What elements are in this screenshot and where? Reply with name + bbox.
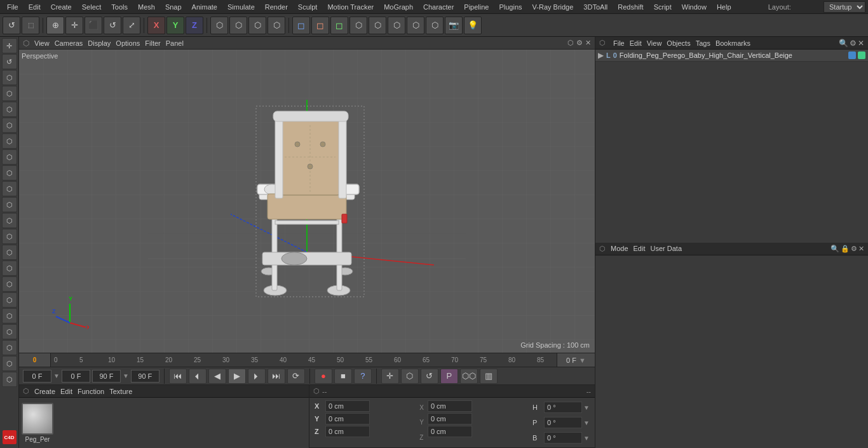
select-tool-button[interactable]: ⊕ [46, 17, 64, 34]
object-tool-4[interactable]: ⬡ [268, 17, 285, 34]
view-btn-4[interactable]: ⬡ [349, 17, 367, 34]
x-pos-input[interactable] [325, 400, 370, 412]
preview-start-input[interactable] [62, 370, 90, 383]
timeline-ruler[interactable]: 0 0 5 10 15 20 25 30 35 40 45 50 55 60 6… [19, 353, 595, 367]
menu-file[interactable]: File [3, 2, 23, 12]
playback-extra-6[interactable]: ▥ [480, 369, 498, 384]
playback-extra-3[interactable]: ↺ [421, 369, 438, 384]
left-tool-4[interactable]: ⬡ [2, 86, 17, 101]
viewport-canvas[interactable]: Perspective [19, 50, 595, 353]
attr-lock-icon[interactable]: 🔒 [841, 245, 850, 253]
left-tool-6[interactable]: ⬡ [2, 118, 17, 133]
left-tool-1[interactable]: ✛ [2, 38, 17, 53]
menu-select[interactable]: Select [78, 2, 106, 12]
material-item[interactable]: Peg_Per [22, 403, 53, 443]
playback-extra-4[interactable]: P [440, 369, 458, 384]
material-menu-texture[interactable]: Texture [109, 388, 132, 395]
view-btn-5[interactable]: ⬡ [369, 17, 386, 34]
record-button[interactable]: ● [315, 369, 332, 384]
playback-extra-5[interactable]: ⬡⬡ [460, 369, 478, 384]
undo-button[interactable]: ↺ [3, 17, 20, 34]
left-tool-19[interactable]: ⬡ [2, 324, 17, 339]
preview-end-input[interactable] [131, 370, 159, 383]
x-rot-input[interactable] [428, 400, 472, 412]
menu-simulate[interactable]: Simulate [223, 2, 259, 12]
step-back-button[interactable]: ⏴ [189, 369, 207, 384]
playback-extra-1[interactable]: ✛ [381, 369, 399, 384]
right-search-icon[interactable]: 🔍 [839, 39, 848, 48]
menu-help[interactable]: Help [712, 2, 736, 12]
left-tool-18[interactable]: ⬡ [2, 308, 17, 323]
viewport-menu-panel[interactable]: Panel [166, 39, 184, 47]
menu-edit[interactable]: Edit [24, 2, 45, 12]
view-btn-3[interactable]: ◻ [330, 17, 348, 34]
viewport-menu-display[interactable]: Display [88, 39, 111, 47]
attr-menu-mode[interactable]: Mode [611, 245, 628, 252]
menu-pipeline[interactable]: Pipeline [459, 2, 493, 12]
menu-3dtoall[interactable]: 3DToAll [579, 2, 612, 12]
h-input[interactable] [544, 402, 582, 413]
viewport-close-icon[interactable]: ✕ [585, 39, 591, 47]
left-tool-11[interactable]: ⬡ [2, 197, 17, 212]
attr-close-icon[interactable]: ✕ [858, 245, 864, 253]
step-forward-button[interactable]: ⏵ [248, 369, 266, 384]
menu-script[interactable]: Script [649, 2, 676, 12]
rp-menu-file[interactable]: File [613, 39, 625, 47]
attr-menu-edit[interactable]: Edit [634, 245, 646, 252]
redo-button[interactable]: ⬚ [22, 17, 39, 34]
transform-tool-button[interactable]: ⤢ [123, 17, 140, 34]
material-menu-function[interactable]: Function [78, 388, 104, 395]
camera-btn[interactable]: 📷 [445, 17, 463, 34]
left-tool-9[interactable]: ⬡ [2, 165, 17, 180]
menu-snap[interactable]: Snap [161, 2, 186, 12]
object-tool-3[interactable]: ⬡ [248, 17, 266, 34]
scale-tool-button[interactable]: ⬛ [85, 17, 102, 34]
y-pos-input[interactable] [325, 413, 370, 424]
axis-y-button[interactable]: Y [166, 17, 184, 34]
attr-settings-icon[interactable]: ⚙ [851, 245, 857, 253]
material-menu-edit[interactable]: Edit [60, 388, 72, 395]
view-btn-8[interactable]: ⬡ [426, 17, 444, 34]
object-tool-2[interactable]: ⬡ [229, 17, 247, 34]
right-close-icon[interactable]: ✕ [858, 39, 864, 48]
z-pos-input[interactable] [325, 426, 370, 437]
goto-start-button[interactable]: ⏮ [169, 369, 187, 384]
material-menu-create[interactable]: Create [34, 388, 55, 395]
end-frame-input[interactable] [92, 370, 121, 383]
menu-redshift[interactable]: Redshift [613, 2, 648, 12]
left-tool-16[interactable]: ⬡ [2, 276, 17, 292]
left-tool-12[interactable]: ⬡ [2, 213, 17, 228]
viewport-menu-filter[interactable]: Filter [145, 39, 160, 47]
viewport-menu-view[interactable]: View [34, 39, 50, 47]
rp-menu-edit[interactable]: Edit [630, 39, 642, 47]
rp-menu-view[interactable]: View [647, 39, 662, 47]
b-input[interactable] [544, 432, 582, 444]
attr-menu-userdata[interactable]: User Data [651, 245, 682, 252]
goto-end-button[interactable]: ⏭ [268, 369, 285, 384]
menu-render[interactable]: Render [261, 2, 292, 12]
left-tool-5[interactable]: ⬡ [2, 102, 17, 117]
menu-animate[interactable]: Animate [187, 2, 222, 12]
view-btn-6[interactable]: ⬡ [388, 17, 405, 34]
object-tool-1[interactable]: ⬡ [210, 17, 228, 34]
loop-button[interactable]: ⟳ [287, 369, 305, 384]
menu-character[interactable]: Character [419, 2, 458, 12]
object-row-main[interactable]: ▶ L 0 Folding_Peg_Perego_Baby_High_Chair… [595, 50, 868, 62]
view-btn-7[interactable]: ⬡ [407, 17, 424, 34]
menu-create[interactable]: Create [46, 2, 76, 12]
playback-extra-2[interactable]: ⬡ [401, 369, 419, 384]
menu-window[interactable]: Window [677, 2, 711, 12]
menu-vray[interactable]: V-Ray Bridge [528, 2, 578, 12]
menu-mesh[interactable]: Mesh [133, 2, 159, 12]
viewport-menu-options[interactable]: Options [116, 39, 140, 47]
viewport-settings-icon[interactable]: ⚙ [576, 39, 583, 47]
menu-plugins[interactable]: Plugins [494, 2, 526, 12]
y-rot-input[interactable] [428, 413, 472, 424]
rotate-tool-button[interactable]: ↺ [104, 17, 121, 34]
left-tool-7[interactable]: ⬡ [2, 133, 17, 149]
left-tool-20[interactable]: ⬡ [2, 340, 17, 355]
menu-sculpt[interactable]: Sculpt [294, 2, 322, 12]
axis-z-button[interactable]: Z [186, 17, 203, 34]
left-tool-2[interactable]: ↺ [2, 54, 17, 69]
viewport-maximize-icon[interactable]: ⬡ [567, 39, 574, 47]
